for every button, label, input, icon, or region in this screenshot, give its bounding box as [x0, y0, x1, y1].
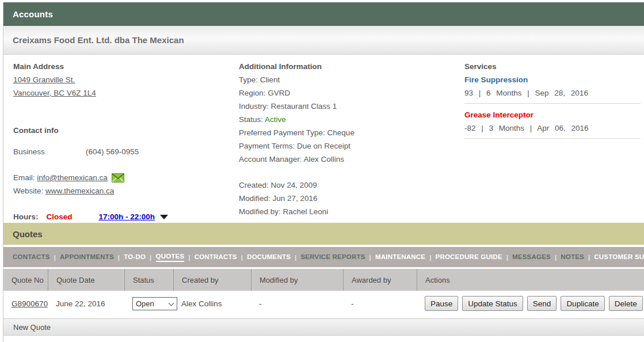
quotes-table-header: Quote No Quote Date Status Created by Mo…: [3, 269, 644, 291]
quote-date-cell: June 22, 2016: [48, 299, 124, 308]
hours-range-link[interactable]: 17:00h - 22:00h: [99, 210, 155, 223]
tab-separator: |: [369, 254, 371, 261]
created-by-cell: Alex Collins: [173, 299, 251, 308]
tab-procedure-guide[interactable]: PROCEDURE GUIDE: [436, 253, 502, 261]
website-label: Website:: [13, 187, 43, 195]
content-frame: Accounts Creixams Food Ent. Ltd. dba The…: [3, 2, 644, 342]
tab-separator: |: [506, 254, 508, 261]
page-title: Accounts: [13, 9, 53, 19]
service-fire-suppression-link[interactable]: Fire Suppression: [464, 75, 528, 84]
tab-separator: |: [241, 254, 243, 261]
address-street-link[interactable]: 1049 Granville St.: [13, 75, 75, 84]
phone-type-label: Business: [13, 145, 86, 158]
tab-separator: |: [188, 254, 190, 261]
hours-row: Hours: Closed 17:00h - 22:00h: [13, 210, 232, 223]
email-icon[interactable]: [112, 173, 124, 183]
services-heading: Services: [464, 60, 641, 73]
tab-documents[interactable]: DOCUMENTS: [247, 253, 291, 261]
new-quote-bar[interactable]: New Quote: [3, 318, 644, 336]
quote-status-cell: Open: [124, 297, 173, 310]
tab-notes[interactable]: NOTES: [561, 253, 584, 261]
col-header-status: Status: [124, 269, 173, 291]
update-status-button[interactable]: Update Status: [462, 296, 523, 311]
col-header-modified-by: Modified by: [251, 269, 343, 291]
tab-service-reports[interactable]: SERVICE REPORTS: [300, 253, 365, 261]
status-active-value: Active: [265, 115, 286, 124]
modified-by-cell: -: [251, 299, 343, 308]
hours-dropdown-icon[interactable]: [160, 215, 168, 219]
contact-info-heading: Contact info: [13, 124, 232, 137]
meta-created: Created: Nov 24, 2009: [239, 178, 460, 192]
quote-number-link[interactable]: G8900670: [12, 299, 48, 308]
info-row-type: Type: Client: [239, 73, 460, 86]
address-column: Main Address 1049 Granville St. Vancouve…: [13, 60, 232, 223]
info-row-payment-type: Preferred Payment Type: Cheque: [239, 126, 460, 139]
email-row: Email: info@themexican.ca: [13, 171, 232, 184]
service-fire-suppression-stats: 93 | 6 Months | Sep 28, 2016: [464, 86, 641, 100]
additional-info-heading: Additional Information: [239, 60, 460, 73]
quotes-section-title: Quotes: [13, 229, 43, 239]
status-select[interactable]: Open: [132, 297, 177, 310]
info-row-status: Status: Active: [239, 113, 460, 126]
tab-separator: |: [295, 254, 296, 261]
additional-info-column: Additional Information Type: Client Regi…: [239, 60, 460, 218]
tab-to-do[interactable]: TO-DO: [124, 253, 146, 261]
hours-status: Closed: [47, 210, 73, 223]
phone-row: Business (604) 569-0955: [13, 145, 232, 158]
quotes-section-bar: Quotes: [3, 223, 644, 245]
service-grease-interceptor-stats: -82 | 3 Months | Apr 06, 2016: [464, 121, 641, 135]
services-column: Services Fire Suppression 93 | 6 Months …: [464, 60, 641, 143]
col-header-quote-date: Quote Date: [48, 269, 124, 291]
info-row-account-manager: Account Manager: Alex Collins: [239, 153, 460, 166]
col-header-awarded-by: Awarded by: [343, 269, 417, 291]
account-name: Creixams Food Ent. Ltd. dba The Mexican: [13, 35, 184, 45]
col-header-created-by: Created by: [173, 269, 251, 291]
tab-contacts[interactable]: CONTACTS: [13, 253, 50, 261]
tab-separator: |: [150, 254, 151, 261]
tab-separator: |: [588, 254, 590, 261]
hours-label: Hours:: [13, 210, 39, 223]
tab-quotes[interactable]: QUOTES: [156, 253, 185, 262]
info-row-region: Region: GVRD: [239, 86, 460, 100]
tab-maintenance[interactable]: MAINTENANCE: [375, 253, 425, 261]
pause-button[interactable]: Pause: [425, 296, 458, 311]
email-link[interactable]: info@themexican.ca: [37, 171, 108, 184]
service-divider: [464, 103, 641, 104]
send-button[interactable]: Send: [527, 296, 557, 311]
info-row-payment-terms: Payment Terms: Due on Receipt: [239, 139, 460, 153]
col-header-quote-no: Quote No: [3, 269, 48, 291]
service-grease-interceptor-link[interactable]: Grease Interceptor: [464, 111, 534, 119]
tab-separator: |: [118, 254, 120, 261]
main-address-heading: Main Address: [13, 60, 232, 73]
record-tab-bar: CONTACTS | APPOINTMENTS | TO-DO | QUOTES…: [3, 247, 644, 267]
website-row: Website: www.themexican.ca: [13, 184, 232, 197]
awarded-by-cell: -: [343, 299, 417, 308]
account-name-bar: Creixams Food Ent. Ltd. dba The Mexican: [3, 26, 644, 55]
quote-table-row: G8900670 June 22, 2016 Open Alex Collins…: [3, 291, 644, 316]
website-link[interactable]: www.themexican.ca: [45, 187, 114, 195]
tab-messages[interactable]: MESSAGES: [512, 253, 551, 261]
address-city-link[interactable]: Vancouver, BC V6Z 1L4: [13, 89, 96, 97]
accounts-page: Accounts Creixams Food Ent. Ltd. dba The…: [0, 0, 644, 342]
col-header-actions: Actions: [417, 269, 644, 291]
phone-number: (604) 569-0955: [86, 145, 139, 158]
row-actions: Pause Update Status Send Duplicate Delet…: [425, 296, 643, 311]
delete-button[interactable]: Delete: [609, 296, 643, 311]
tab-separator: |: [429, 254, 431, 261]
duplicate-button[interactable]: Duplicate: [561, 296, 604, 311]
tab-separator: |: [54, 254, 56, 261]
tab-customer-support[interactable]: CUSTOMER SUPPORT: [594, 253, 644, 261]
meta-modified-by: Modified by: Rachel Leoni: [239, 205, 460, 218]
tab-contracts[interactable]: CONTRACTS: [195, 253, 237, 261]
tab-appointments[interactable]: APPOINTMENTS: [60, 253, 114, 261]
meta-modified: Modified: Jun 27, 2016: [239, 192, 460, 205]
tab-separator: |: [555, 254, 557, 261]
info-row-industry: Industry: Restaurant Class 1: [239, 100, 460, 113]
email-label: Email:: [13, 171, 35, 184]
account-info-section: Main Address 1049 Granville St. Vancouve…: [3, 55, 644, 221]
app-header: Accounts: [3, 2, 644, 26]
record-meta: Created: Nov 24, 2009 Modified: Jun 27, …: [239, 178, 460, 218]
service-divider: [464, 138, 641, 139]
new-quote-label[interactable]: New Quote: [13, 323, 51, 332]
